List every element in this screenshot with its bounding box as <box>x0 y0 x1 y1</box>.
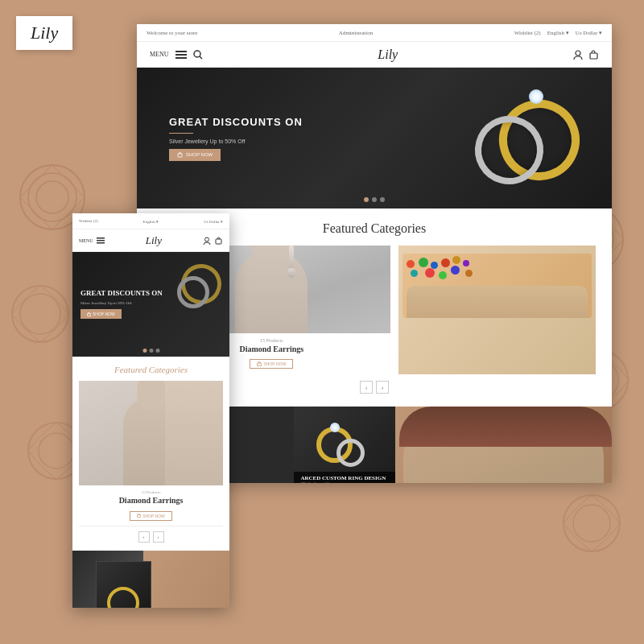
svg-rect-21 <box>178 154 182 157</box>
svg-rect-27 <box>216 239 221 244</box>
store-tagline: Welcome to your store <box>147 30 197 36</box>
mobile-hero-title: GREAT DISCOUNTS ON <box>80 289 163 299</box>
hero-content: GREAT DISCOUNTS ON Silver Jewellery Up t… <box>137 116 303 161</box>
desktop-logo[interactable]: Lily <box>378 47 398 62</box>
mobile-person-head <box>137 381 165 411</box>
mobile-promo: ARCED CUSTOM RING DESIGN 20k Sterling go… <box>72 551 229 608</box>
svg-point-26 <box>205 237 209 242</box>
category-next-button[interactable]: › <box>376 381 389 394</box>
search-icon[interactable] <box>193 50 203 60</box>
hero-dot-1[interactable] <box>364 197 369 202</box>
svg-rect-16 <box>175 57 187 59</box>
promo-product-info: ARCED CUSTOM RING DESIGN 20k Sterling go… <box>294 472 395 483</box>
wishlist-link[interactable]: Wishlist (2) <box>514 30 541 36</box>
svg-point-17 <box>194 51 200 57</box>
promo-product-sub: 20k Sterling gold <box>300 481 389 483</box>
svg-point-1 <box>28 173 76 221</box>
mobile-cart-icon[interactable] <box>214 237 223 245</box>
mobile-cat-prev-button[interactable]: ‹ <box>138 531 150 543</box>
mobile-nav-left: MENU <box>79 237 105 244</box>
hero-jewelry-decoration <box>459 80 588 204</box>
promo-product-image: ARCED CUSTOM RING DESIGN 20k Sterling go… <box>294 407 395 483</box>
mobile-wishlist[interactable]: Wishlist (2) <box>79 219 98 223</box>
svg-point-4 <box>20 294 60 334</box>
user-icon[interactable] <box>573 50 583 60</box>
mobile-featured-styled: Featured <box>114 365 149 374</box>
mobile-category-info: 15 Products Diamond Earrings SHOP NOW <box>79 485 223 526</box>
mobile-menu-icon[interactable] <box>97 237 105 244</box>
mobile-shop-cart-icon <box>137 514 141 518</box>
svg-rect-28 <box>88 313 91 316</box>
category-necklace-image <box>398 246 596 374</box>
svg-rect-22 <box>258 363 262 366</box>
mobile-cat-shop-button[interactable]: SHOP NOW <box>130 511 172 521</box>
desktop-hero: GREAT DISCOUNTS ON Silver Jewellery Up t… <box>137 68 612 208</box>
mobile-language[interactable]: English ▾ <box>143 219 159 224</box>
logo-card: Lily <box>16 16 72 50</box>
language-selector[interactable]: English ▾ <box>547 30 569 36</box>
mobile-menu-label[interactable]: MENU <box>79 238 93 243</box>
mobile-hero-rings <box>177 256 225 328</box>
svg-point-2 <box>36 181 68 213</box>
hero-dot-3[interactable] <box>380 197 385 202</box>
category-necklace[interactable] <box>398 246 596 374</box>
mobile-topbar: Wishlist (2) English ▾ Us Dollar ▾ <box>72 213 229 229</box>
svg-rect-20 <box>590 53 597 59</box>
mobile-dot-1[interactable] <box>142 349 147 353</box>
svg-point-6 <box>39 433 74 469</box>
mobile-dot-3[interactable] <box>155 349 159 353</box>
mobile-cat-name: Diamond Earrings <box>79 496 223 505</box>
promo-product-name: ARCED CUSTOM RING DESIGN <box>300 475 389 481</box>
hero-dot-2[interactable] <box>372 197 377 202</box>
hero-subtitle: Silver Jewellery Up to 50% Off <box>169 138 303 144</box>
logo-text: Lily <box>31 23 58 43</box>
nav-left: MENU <box>150 50 203 60</box>
mobile-cat-next-button[interactable]: › <box>153 531 164 543</box>
svg-rect-25 <box>97 242 105 244</box>
cart-small-icon <box>177 152 183 158</box>
mobile-user-icon[interactable] <box>203 237 211 245</box>
svg-line-18 <box>200 56 202 59</box>
desktop-topbar: Welcome to your store Administration Wis… <box>137 24 612 42</box>
admin-link[interactable]: Administration <box>339 30 373 36</box>
mobile-window: Wishlist (2) English ▾ Us Dollar ▾ MENU … <box>72 213 229 608</box>
earrings-shop-button[interactable]: SHOP NOW <box>250 359 293 369</box>
mobile-hero-dots <box>142 349 159 353</box>
mobile-cat-count: 15 Products <box>79 490 223 494</box>
svg-rect-23 <box>97 237 105 239</box>
svg-point-3 <box>12 286 68 342</box>
mobile-cart-small-icon <box>87 312 91 316</box>
hero-title: GREAT DISCOUNTS ON <box>169 116 303 128</box>
mobile-dot-2[interactable] <box>149 349 153 353</box>
mobile-featured: Featured Categories 15 Products Diamond … <box>72 357 229 551</box>
shop-cart-icon <box>257 361 262 366</box>
mobile-logo[interactable]: Lily <box>146 234 162 247</box>
mobile-section-title: Featured Categories <box>79 365 223 374</box>
promo-woman-image <box>395 407 612 483</box>
mobile-navbar: MENU Lily <box>72 229 229 252</box>
category-prev-button[interactable]: ‹ <box>360 381 373 394</box>
currency-selector[interactable]: Us Dollar ▾ <box>576 30 602 36</box>
hero-shop-button[interactable]: SHOP NOW <box>169 149 221 161</box>
svg-point-12 <box>564 495 620 551</box>
mobile-hero-subtitle: Silver Jewellery Up to 50% Off <box>80 301 163 305</box>
mobile-currency[interactable]: Us Dollar ▾ <box>204 219 223 224</box>
mobile-category-image <box>79 381 223 485</box>
svg-point-19 <box>576 51 580 56</box>
menu-label[interactable]: MENU <box>150 51 169 58</box>
cart-icon[interactable] <box>588 50 599 60</box>
hero-divider <box>169 133 193 134</box>
menu-icon[interactable] <box>175 51 187 59</box>
desktop-navbar: MENU Lily <box>137 42 612 68</box>
svg-rect-14 <box>175 51 187 52</box>
svg-point-13 <box>573 505 610 542</box>
svg-rect-29 <box>138 515 141 518</box>
mobile-hero: GREAT DISCOUNTS ON Silver Jewellery Up t… <box>72 252 229 357</box>
mobile-hero-shop-button[interactable]: SHOP NOW <box>80 309 122 319</box>
nav-right <box>573 50 599 60</box>
svg-rect-24 <box>97 240 105 242</box>
mobile-nav-right <box>203 237 223 245</box>
mobile-cat-nav-arrows: ‹ › <box>79 531 223 543</box>
hero-dots <box>364 197 385 202</box>
svg-rect-15 <box>175 54 187 56</box>
